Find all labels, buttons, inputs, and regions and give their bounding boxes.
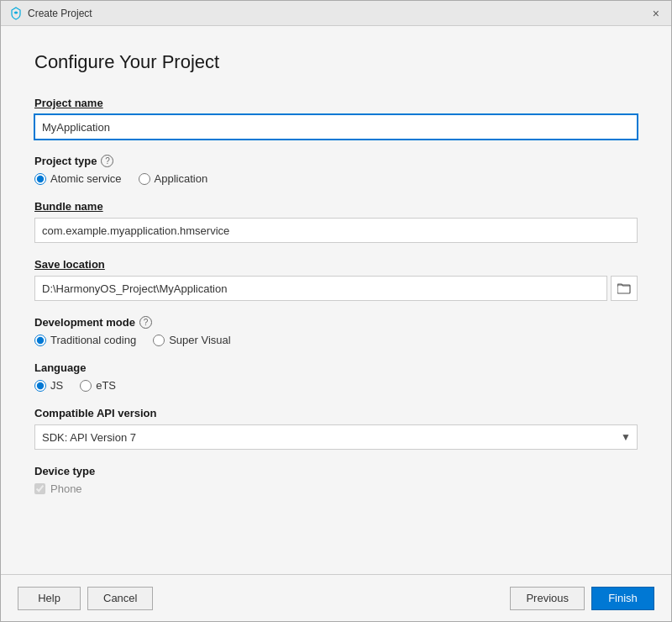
dev-mode-label-row: Development mode ? — [34, 316, 638, 329]
application-radio[interactable] — [139, 173, 150, 185]
atomic-service-label: Atomic service — [50, 172, 122, 185]
super-visual-label: Super Visual — [169, 334, 230, 346]
device-type-label: Device type — [34, 465, 638, 477]
create-project-window: Create Project × Configure Your Project … — [0, 0, 672, 622]
js-label: JS — [50, 379, 63, 392]
browse-folder-button[interactable] — [611, 276, 638, 301]
bundle-name-label: Bundle name — [34, 200, 638, 213]
footer-right: Previous Finish — [510, 587, 654, 610]
project-name-group: Project name — [34, 97, 638, 140]
footer-left: Help Cancel — [18, 587, 153, 610]
js-option[interactable]: JS — [34, 379, 63, 392]
cancel-button[interactable]: Cancel — [87, 587, 153, 610]
traditional-coding-label: Traditional coding — [50, 334, 136, 346]
bundle-name-input[interactable] — [34, 218, 638, 243]
main-content: Configure Your Project Project name Proj… — [1, 26, 671, 574]
save-location-label: Save location — [34, 258, 638, 271]
language-label: Language — [34, 361, 638, 374]
project-type-radio-group: Atomic service Application — [34, 172, 638, 185]
title-bar-text: Create Project — [28, 8, 92, 19]
application-label: Application — [155, 172, 208, 185]
api-version-select-wrapper: SDK: API Version 7 SDK: API Version 6 SD… — [34, 424, 638, 450]
traditional-coding-option[interactable]: Traditional coding — [34, 334, 136, 346]
folder-icon — [617, 282, 631, 294]
finish-button[interactable]: Finish — [591, 587, 654, 610]
super-visual-option[interactable]: Super Visual — [153, 334, 230, 346]
development-mode-group: Development mode ? Traditional coding Su… — [34, 316, 638, 346]
ets-option[interactable]: eTS — [80, 379, 116, 392]
development-mode-help-icon[interactable]: ? — [139, 316, 152, 329]
title-bar-left: Create Project — [9, 7, 92, 20]
help-button[interactable]: Help — [18, 587, 81, 610]
phone-label: Phone — [50, 482, 82, 495]
api-version-label: Compatible API version — [34, 407, 638, 419]
language-group: Language JS eTS — [34, 361, 638, 392]
ets-label: eTS — [96, 379, 116, 392]
atomic-service-radio[interactable] — [34, 173, 46, 185]
project-type-label-row: Project type ? — [34, 155, 638, 167]
language-radio-group: JS eTS — [34, 379, 638, 392]
phone-checkbox — [34, 483, 45, 494]
save-location-wrapper — [34, 276, 638, 301]
footer: Help Cancel Previous Finish — [1, 574, 671, 621]
page-title: Configure Your Project — [34, 51, 638, 73]
project-type-label: Project type — [34, 155, 97, 167]
api-version-select[interactable]: SDK: API Version 7 SDK: API Version 6 SD… — [34, 424, 638, 450]
project-name-input[interactable] — [34, 114, 638, 140]
super-visual-radio[interactable] — [153, 335, 165, 346]
traditional-coding-radio[interactable] — [34, 335, 46, 346]
application-option[interactable]: Application — [139, 172, 208, 185]
device-type-group: Device type Phone — [34, 465, 638, 495]
project-type-help-icon[interactable]: ? — [101, 155, 113, 167]
previous-button[interactable]: Previous — [510, 587, 585, 610]
save-location-input[interactable] — [34, 276, 607, 301]
atomic-service-option[interactable]: Atomic service — [34, 172, 122, 185]
save-location-group: Save location — [34, 258, 638, 301]
development-mode-radio-group: Traditional coding Super Visual — [34, 334, 638, 346]
api-version-group: Compatible API version SDK: API Version … — [34, 407, 638, 450]
phone-checkbox-option: Phone — [34, 482, 638, 495]
project-type-group: Project type ? Atomic service Applicatio… — [34, 155, 638, 185]
development-mode-label: Development mode — [34, 316, 135, 329]
ets-radio[interactable] — [80, 380, 92, 392]
close-button[interactable]: × — [649, 6, 663, 21]
project-name-label: Project name — [34, 97, 638, 109]
js-radio[interactable] — [34, 380, 46, 392]
app-icon — [9, 7, 23, 20]
title-bar: Create Project × — [1, 1, 671, 26]
bundle-name-group: Bundle name — [34, 200, 638, 243]
